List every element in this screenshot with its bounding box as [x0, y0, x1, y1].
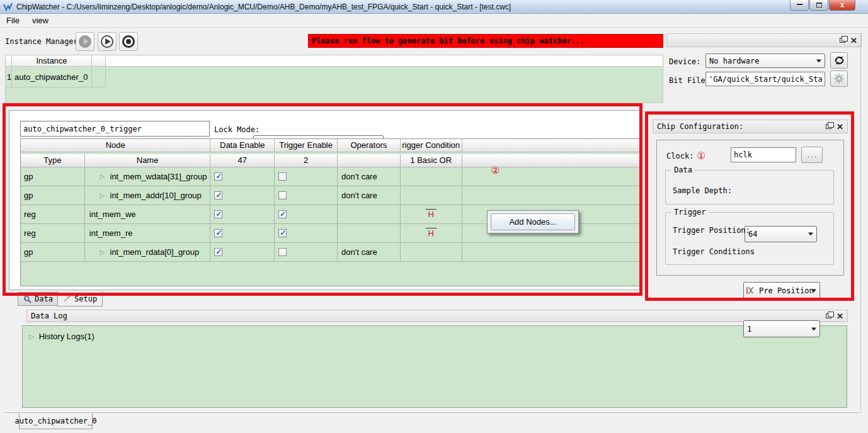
trigger-name-input[interactable]	[20, 121, 210, 137]
add-nodes-popup: Add Nodes...	[487, 210, 579, 233]
cell-name: ▷int_mem_wdata[31]_group	[85, 167, 211, 186]
play-disabled-icon	[79, 35, 91, 48]
instance-row-name[interactable]: auto_chipwatcher_0	[12, 67, 92, 87]
data-enable-checkbox[interactable]	[214, 210, 222, 218]
cell-trigger-enable	[275, 224, 338, 243]
table-row[interactable]: gp ▷int_mem_rdata[0]_group don't care	[21, 243, 639, 262]
refresh-icon	[834, 55, 845, 65]
tab-setup-label: Setup	[74, 295, 97, 303]
subcol-trigger-enable-count[interactable]: 2	[275, 154, 338, 167]
dock-splitter[interactable]	[860, 33, 861, 410]
tab-data[interactable]: Data	[18, 292, 59, 306]
stop-button[interactable]	[119, 32, 138, 51]
program-bit-button[interactable]	[830, 70, 848, 87]
trigger-table-header: Node Data Enable Trigger Enable Operator…	[21, 139, 639, 152]
expand-icon[interactable]: ▷	[100, 173, 105, 180]
cell-operators[interactable]: don't care	[338, 243, 401, 262]
chipwatcher-window: ChipWatcher - C:/Users/liminzeng/Desktop…	[0, 0, 868, 433]
cell-data-enable	[210, 167, 275, 186]
col-trigger-condition[interactable]: rigger Condition	[401, 139, 462, 152]
subcol-type[interactable]: Type	[21, 154, 85, 167]
cell-condition[interactable]	[401, 243, 462, 262]
expand-icon[interactable]: ▷	[100, 192, 105, 199]
trigger-enable-checkbox[interactable]	[278, 172, 287, 181]
bit-file-input[interactable]	[705, 72, 825, 86]
cell-operators[interactable]: don't care	[338, 186, 401, 205]
float-icon[interactable]	[840, 38, 845, 43]
device-value: No hardware	[706, 57, 759, 65]
app-icon	[3, 3, 13, 11]
menu-file[interactable]: File	[0, 14, 26, 26]
clock-browse-button[interactable]: . . .	[801, 147, 823, 163]
float-icon[interactable]	[826, 124, 831, 129]
instance-column-header[interactable]: Instance	[12, 55, 92, 66]
subcol-condition-summary[interactable]: 1 Basic OR	[401, 154, 462, 167]
bottom-tab-instance[interactable]: auto_chipwatcher_0	[19, 413, 93, 429]
data-enable-checkbox[interactable]	[214, 191, 222, 200]
cell-operators[interactable]	[338, 205, 401, 224]
maximize-icon	[816, 3, 822, 8]
col-trigger-enable[interactable]: Trigger Enable	[275, 139, 338, 152]
bottom-tab-bar-line	[5, 412, 862, 413]
table-empty-area[interactable]	[21, 262, 639, 286]
cell-condition[interactable]: H	[401, 224, 462, 243]
run-button[interactable]	[98, 32, 117, 51]
trigger-conditions-select[interactable]: 1	[743, 320, 820, 337]
table-row[interactable]: gp ▷int_mem_addr[10]_group don't care	[21, 186, 639, 205]
data-enable-checkbox[interactable]	[214, 172, 222, 181]
cell-blank	[462, 186, 639, 205]
dock-close-icon[interactable]: ✕	[837, 312, 843, 320]
col-node[interactable]: Node	[21, 139, 210, 152]
play-icon	[101, 35, 113, 48]
trigger-enable-checkbox[interactable]	[278, 210, 287, 218]
tab-setup[interactable]: Setup	[57, 291, 103, 306]
close-button[interactable]: x	[829, 0, 855, 11]
col-data-enable[interactable]: Data Enable	[210, 139, 275, 152]
data-enable-checkbox[interactable]	[214, 248, 222, 256]
cell-name: ▷int_mem_rdata[0]_group	[85, 243, 211, 262]
cell-condition[interactable]	[401, 167, 462, 186]
data-enable-checkbox[interactable]	[214, 229, 222, 237]
clock-input[interactable]	[731, 147, 796, 162]
expand-icon[interactable]: ▷	[100, 249, 105, 256]
col-blank	[462, 139, 639, 152]
table-row[interactable]: gp ▷int_mem_wdata[31]_group don't care	[21, 167, 639, 186]
subcol-data-enable-count[interactable]: 47	[210, 154, 275, 167]
cell-operators[interactable]: don't care	[338, 167, 401, 186]
refresh-device-button[interactable]	[830, 52, 848, 69]
trigger-position-select[interactable]: Pre Position	[743, 282, 820, 299]
trigger-position-value: Pre Position	[756, 286, 814, 295]
trigger-enable-checkbox[interactable]	[278, 191, 287, 200]
cell-condition[interactable]: H	[401, 205, 462, 224]
cell-type: reg	[21, 205, 85, 224]
trigger-enable-checkbox[interactable]	[278, 248, 287, 256]
dock-close-icon[interactable]: ✕	[837, 123, 843, 131]
cell-type: gp	[21, 186, 85, 205]
cell-condition[interactable]	[401, 186, 462, 205]
float-icon[interactable]	[826, 313, 831, 318]
subcol-name[interactable]: Name	[85, 154, 211, 167]
history-logs-item[interactable]: History Logs(1)	[39, 332, 94, 341]
subcol-blank	[462, 154, 639, 167]
tab-data-label: Data	[35, 295, 53, 303]
minimize-button[interactable]	[790, 0, 809, 11]
menu-view[interactable]: view	[26, 14, 55, 26]
condition-value: H	[428, 210, 434, 219]
sample-depth-select[interactable]: 64	[745, 226, 817, 242]
expand-icon[interactable]: ▷	[29, 333, 34, 340]
trigger-enable-checkbox[interactable]	[278, 229, 287, 237]
cell-operators[interactable]	[338, 224, 401, 243]
instance-table-body: 1 auto_chipwatcher_0	[5, 67, 663, 103]
device-select[interactable]: No hardware	[705, 53, 825, 68]
chevron-down-icon	[816, 59, 821, 62]
maximize-button[interactable]	[809, 0, 828, 11]
subcol-operators[interactable]	[338, 154, 401, 167]
col-operators[interactable]: Operators	[338, 139, 401, 152]
device-dock-header: ✕	[666, 33, 862, 47]
minimize-icon	[797, 3, 802, 5]
run-disabled-button[interactable]	[76, 32, 94, 51]
dock-close-icon[interactable]: ✕	[850, 37, 857, 45]
condition-value: H	[428, 228, 434, 238]
add-nodes-button[interactable]: Add Nodes...	[491, 213, 575, 230]
cell-type: gp	[21, 167, 85, 186]
